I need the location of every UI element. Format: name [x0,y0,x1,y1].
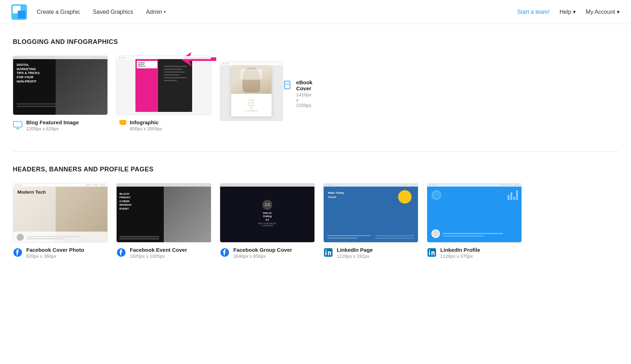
dot2 [121,57,123,58]
card-linkedin-profile[interactable]: 🌐 [427,183,522,259]
app-logo[interactable] [11,4,27,20]
card-name-li-profile: LinkedIn Profile [440,247,480,253]
card-fb-group-cover[interactable]: 2.0 Intro toCoding2.0 MEET YOUR VIRTUALC… [220,183,315,259]
card-text-fb-event: Facebook Event Cover 1920px x 1005px [130,247,187,259]
fb-group-subtitle: MEET YOUR VIRTUALCLASSMATES [258,222,277,226]
help-dropdown[interactable]: Help ▾ [559,8,576,15]
topbar-line [93,57,98,58]
card-text-fb-group: Facebook Group Cover 1640px x 856px [233,247,292,259]
card-dims-infographic: 800px x 2000px [130,126,162,131]
svg-marker-6 [181,52,216,66]
card-name-infographic: Infographic [130,119,162,125]
navbar: Create a Graphic Saved Graphics Admin ▾ … [0,0,631,24]
card-dims-li-page: 1128px x 191px [337,254,373,259]
dot2 [18,57,19,58]
card-dims-fb-event: 1920px x 1005px [130,254,187,259]
book-icon [283,80,293,90]
start-team-link[interactable]: Start a team! [517,9,550,15]
dot3 [434,184,436,186]
facebook-icon-event [116,248,126,257]
dot3 [20,57,22,58]
ebook-title-text: A Planfor YourHome &Life [248,99,255,109]
card-info-fb-group: Facebook Group Cover 1640px x 856px [220,247,315,259]
fb-group-preview: 2.0 Intro toCoding2.0 MEET YOUR VIRTUALC… [220,183,315,243]
card-linkedin-page[interactable]: Make TodayCount [323,183,418,259]
help-chevron-icon: ▾ [573,8,576,15]
card-info-fb-cover: Facebook Cover Photo 820px x 360px [13,247,108,259]
section-divider [13,151,618,152]
infographic-side-lines [164,66,190,83]
card-dims-blog: 1200px x 628px [26,126,79,131]
card-blog-featured-image[interactable]: DIGITALMARKETINGTIPS & TRICKSFOR YOURNON… [13,56,108,131]
ebook-bottom: A Planfor YourHome &Life The Clean Appro… [231,94,272,116]
pink-arrow-icon [181,52,216,66]
li-profile-preview: 🌐 [427,183,522,243]
saved-graphics-link[interactable]: Saved Graphics [93,9,133,15]
card-fb-event-cover[interactable]: BLACKFRIDAY/CYBERMONDAYEVENT Facebook Ev… [116,183,211,259]
svg-rect-9 [285,81,286,89]
card-text-fb-cover: Facebook Cover Photo 820px x 360px [26,247,84,259]
card-text-infographic: Infographic 800px x 2000px [130,119,162,131]
dot1 [326,184,327,186]
svg-rect-16 [325,251,326,255]
card-text-li-page: LinkedIn Page 1128px x 191px [337,247,373,259]
dot1 [222,63,224,64]
card-dims-ebook: 1410px x 2250px [296,92,315,108]
svg-rect-3 [13,121,22,127]
blog-preview-heading: DIGITALMARKETINGTIPS & TRICKSFOR YOURNON… [17,63,40,84]
admin-label: Admin [146,9,162,15]
card-fb-cover-photo[interactable]: Modern Tech [13,183,108,259]
admin-dropdown[interactable]: Admin ▾ [146,9,166,15]
li-page-inner: Make TodayCount [324,183,418,242]
blogging-cards-row: DIGITALMARKETINGTIPS & TRICKSFOR YOURNON… [13,56,618,131]
li-profile-inner: 🌐 [427,183,521,242]
card-text-ebook: eBook Cover 1410px x 2250px [296,79,315,108]
svg-point-20 [429,250,430,251]
dot3 [331,184,332,186]
fb-event-preview: BLACKFRIDAY/CYBERMONDAYEVENT [116,183,211,243]
headers-cards-row: Modern Tech [13,183,618,259]
pie-icon [116,120,126,130]
dot3 [124,57,125,58]
blog-lines [17,103,104,108]
card-infographic[interactable]: BUSINESSSTARTUPCHECKLIST [116,56,211,131]
card-text-li-profile: LinkedIn Profile 1128px x 376px [440,247,480,259]
dot2 [225,63,226,64]
linkedin-icon-profile [427,248,437,257]
svg-rect-19 [429,251,430,255]
card-info-li-profile: LinkedIn Profile 1128px x 376px [427,247,522,259]
blogging-section: BLOGGING AND INFOGRAPHICS [13,38,618,131]
headers-section-title: HEADERS, BANNERS AND PROFILE PAGES [13,166,618,173]
dot3 [227,63,229,64]
card-info-li-page: LinkedIn Page 1128px x 191px [323,247,418,259]
my-account-label: My Account [586,9,615,15]
fb-event-text: BLACKFRIDAY/CYBERMONDAYEVENT [119,192,132,211]
help-label: Help [559,9,571,15]
card-ebook-cover[interactable]: A Planfor YourHome &Life The Clean Appro… [220,56,315,131]
card-name-blog: Blog Featured Image [26,119,79,125]
ebook-top [231,66,272,94]
card-dims-fb-cover: 820px x 360px [26,254,84,259]
fb-cover-modern-tech: Modern Tech [17,189,46,195]
infographic-inner: BUSINESSSTARTUPCHECKLIST [135,59,192,112]
create-graphic-link[interactable]: Create a Graphic [37,9,80,15]
dot1 [119,184,120,186]
navbar-left: Create a Graphic Saved Graphics Admin ▾ [37,9,517,15]
my-account-chevron-icon: ▾ [617,8,620,15]
card-name-li-page: LinkedIn Page [337,247,373,253]
card-name-fb-group: Facebook Group Cover [233,247,292,253]
dot3 [124,184,125,186]
dot1 [222,184,224,186]
dot2 [432,184,433,186]
dot2 [225,184,226,186]
card-info-fb-event: Facebook Event Cover 1920px x 1005px [116,247,211,259]
fb-cover-inner: Modern Tech [13,183,107,242]
ebook-preview: A Planfor YourHome &Life The Clean Appro… [220,62,283,121]
fb-group-inner: 2.0 Intro toCoding2.0 MEET YOUR VIRTUALC… [220,183,314,242]
li-page-preview: Make TodayCount [323,183,418,243]
dot3 [20,184,22,186]
my-account-dropdown[interactable]: My Account ▾ [586,8,620,15]
dot1 [429,184,431,186]
topbar-line [100,57,105,58]
li-page-text: Make TodayCount [328,191,344,199]
